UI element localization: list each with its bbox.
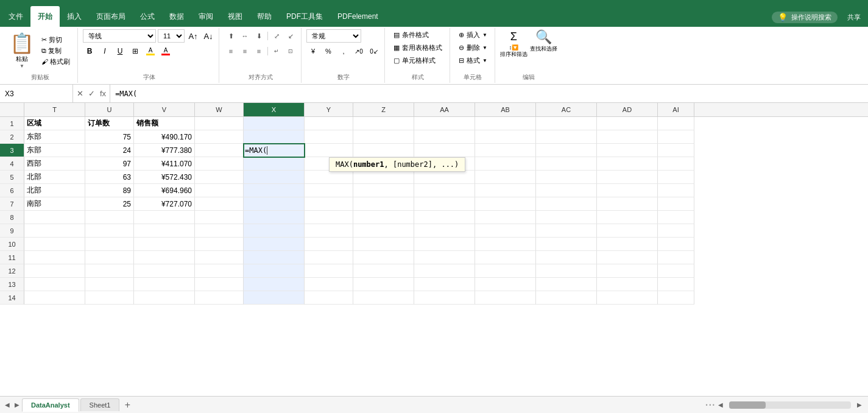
cell-W9[interactable]: [195, 224, 244, 238]
tab-data[interactable]: 数据: [162, 6, 191, 27]
cell-AE8[interactable]: [658, 211, 694, 224]
cell-AE13[interactable]: [658, 278, 694, 291]
cell-styles-button[interactable]: ▢ 单元格样式: [390, 55, 446, 66]
tab-pdfelement[interactable]: PDFelement: [330, 6, 386, 27]
wrap-text-button[interactable]: ↵: [270, 44, 283, 58]
cell-AD9[interactable]: [597, 224, 658, 238]
border-button[interactable]: ⊞: [129, 44, 142, 58]
percent-button[interactable]: %: [322, 44, 335, 58]
cell-X7[interactable]: [244, 197, 305, 211]
cell-Y8[interactable]: [305, 211, 353, 224]
col-header-U[interactable]: U: [85, 103, 134, 116]
decrease-decimal-button[interactable]: 0↙: [367, 44, 381, 58]
cell-X5[interactable]: [244, 171, 305, 184]
cell-V8[interactable]: [134, 211, 195, 224]
cell-AE12[interactable]: [658, 264, 694, 278]
cell-U3[interactable]: 24: [85, 144, 134, 157]
cell-Z10[interactable]: [353, 238, 414, 251]
cell-Y14[interactable]: [305, 291, 353, 305]
cell-AA8[interactable]: [414, 211, 475, 224]
cell-U9[interactable]: [85, 224, 134, 238]
table-format-button[interactable]: ▦ 套用表格格式: [390, 42, 446, 54]
col-header-AD[interactable]: AD: [597, 103, 658, 116]
cell-T14[interactable]: [24, 291, 85, 305]
cell-AC12[interactable]: [536, 264, 597, 278]
cell-T9[interactable]: [24, 224, 85, 238]
cell-X14[interactable]: [244, 291, 305, 305]
cell-Y12[interactable]: [305, 264, 353, 278]
cell-AA3[interactable]: [414, 144, 475, 157]
cell-T13[interactable]: [24, 278, 85, 291]
currency-button[interactable]: ¥: [306, 44, 320, 58]
cell-T12[interactable]: [24, 264, 85, 278]
col-header-AE[interactable]: AI: [658, 103, 694, 116]
cell-AE7[interactable]: [658, 197, 694, 211]
cell-V11[interactable]: [134, 251, 195, 264]
cell-AD2[interactable]: [597, 130, 658, 144]
cell-AA10[interactable]: [414, 238, 475, 251]
cell-V6[interactable]: ¥694.960: [134, 184, 195, 197]
align-center-button[interactable]: ≡: [238, 44, 252, 58]
row-header-13[interactable]: 13: [0, 278, 24, 291]
cell-V1[interactable]: 销售额: [134, 117, 195, 130]
row-header-10[interactable]: 10: [0, 238, 24, 251]
font-color-button[interactable]: A: [159, 44, 172, 58]
tab-home[interactable]: 开始: [30, 6, 60, 27]
text-direction-button[interactable]: ⤢: [270, 29, 283, 43]
cell-W14[interactable]: [195, 291, 244, 305]
format-button[interactable]: ⊟ 格式 ▼: [455, 55, 491, 66]
delete-button[interactable]: ⊖ 删除 ▼: [455, 42, 491, 54]
cell-Y9[interactable]: [305, 224, 353, 238]
cell-U6[interactable]: 89: [85, 184, 134, 197]
row-header-1[interactable]: 1: [0, 117, 24, 130]
cell-AA7[interactable]: [414, 197, 475, 211]
tab-file[interactable]: 文件: [1, 6, 30, 27]
italic-button[interactable]: I: [98, 44, 111, 58]
cell-AB13[interactable]: [475, 278, 536, 291]
cell-X3[interactable]: =MAX(: [244, 144, 305, 157]
cell-X13[interactable]: [244, 278, 305, 291]
cell-Y2[interactable]: [305, 130, 353, 144]
cell-AC3[interactable]: [536, 144, 597, 157]
font-name-select[interactable]: 等线: [83, 29, 156, 43]
cell-Z8[interactable]: [353, 211, 414, 224]
cell-AA13[interactable]: [414, 278, 475, 291]
cell-V5[interactable]: ¥572.430: [134, 171, 195, 184]
cell-AE4[interactable]: [658, 157, 694, 171]
cell-AB2[interactable]: [475, 130, 536, 144]
cell-AC8[interactable]: [536, 211, 597, 224]
align-middle-button[interactable]: ↔: [238, 29, 252, 43]
cell-AB7[interactable]: [475, 197, 536, 211]
cell-AD6[interactable]: [597, 184, 658, 197]
tab-pdf-tools[interactable]: PDF工具集: [279, 6, 330, 27]
cell-AB12[interactable]: [475, 264, 536, 278]
cell-W6[interactable]: [195, 184, 244, 197]
cell-V14[interactable]: [134, 291, 195, 305]
cell-AD5[interactable]: [597, 171, 658, 184]
cell-AC13[interactable]: [536, 278, 597, 291]
fill-color-button[interactable]: A: [144, 44, 157, 58]
insert-button[interactable]: ⊕ 插入 ▼: [455, 29, 491, 41]
increase-font-button[interactable]: A↑: [186, 29, 200, 43]
cell-Y3[interactable]: [305, 144, 353, 157]
cell-W4[interactable]: [195, 157, 244, 171]
col-header-AB[interactable]: AB: [475, 103, 536, 116]
cell-W12[interactable]: [195, 264, 244, 278]
cell-W2[interactable]: [195, 130, 244, 144]
cell-T2[interactable]: 东部: [24, 130, 85, 144]
cell-reference-box[interactable]: X3: [0, 85, 73, 102]
cell-Z7[interactable]: [353, 197, 414, 211]
col-header-AA[interactable]: AA: [414, 103, 475, 116]
cell-Y10[interactable]: [305, 238, 353, 251]
row-header-4[interactable]: 4: [0, 157, 24, 171]
col-header-V[interactable]: V: [134, 103, 195, 116]
cell-U14[interactable]: [85, 291, 134, 305]
row-header-9[interactable]: 9: [0, 224, 24, 238]
cell-X2[interactable]: [244, 130, 305, 144]
cell-V3[interactable]: ¥777.380: [134, 144, 195, 157]
col-header-W[interactable]: W: [195, 103, 244, 116]
cell-X9[interactable]: [244, 224, 305, 238]
cell-Y1[interactable]: [305, 117, 353, 130]
cell-AC5[interactable]: [536, 171, 597, 184]
row-header-5[interactable]: 5: [0, 171, 24, 184]
